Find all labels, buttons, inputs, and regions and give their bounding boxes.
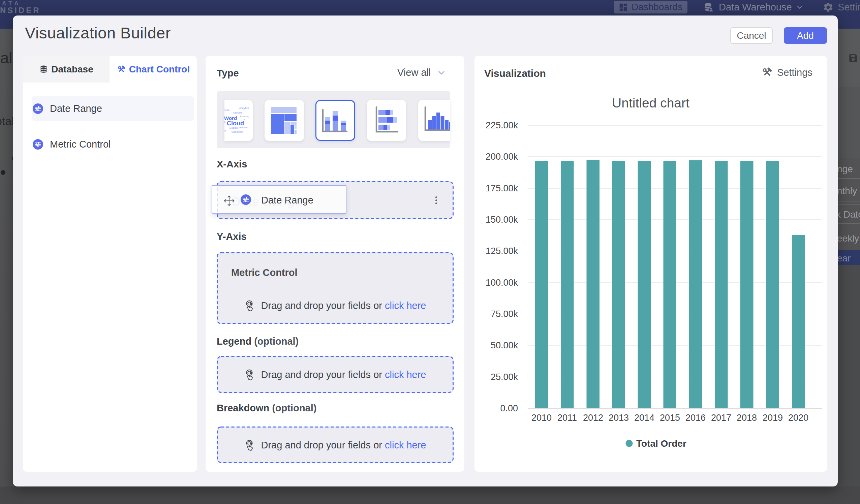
svg-text:Total Order: Total Order (636, 438, 686, 449)
svg-text:150.00k: 150.00k (486, 215, 518, 225)
svg-text:2014: 2014 (634, 413, 655, 423)
svg-text:2020: 2020 (788, 413, 808, 423)
svg-text:2016: 2016 (685, 413, 706, 423)
svg-text:175.00k: 175.00k (486, 183, 518, 193)
svg-text:100.00k: 100.00k (486, 278, 518, 288)
svg-text:2012: 2012 (583, 413, 603, 423)
svg-text:225.00k: 225.00k (486, 120, 518, 130)
svg-text:2013: 2013 (608, 413, 629, 423)
svg-text:75.00k: 75.00k (491, 309, 518, 319)
svg-text:2015: 2015 (660, 413, 680, 423)
svg-text:2011: 2011 (557, 413, 577, 423)
svg-text:50.00k: 50.00k (491, 340, 518, 350)
svg-text:2017: 2017 (711, 413, 731, 423)
svg-text:2018: 2018 (737, 413, 757, 423)
svg-text:0.00: 0.00 (500, 403, 518, 413)
svg-text:125.00k: 125.00k (486, 246, 518, 256)
svg-text:Untitled chart: Untitled chart (612, 96, 689, 110)
svg-text:2019: 2019 (763, 413, 783, 423)
svg-text:25.00k: 25.00k (491, 372, 518, 382)
svg-text:200.00k: 200.00k (486, 152, 518, 162)
svg-text:2010: 2010 (531, 413, 551, 423)
